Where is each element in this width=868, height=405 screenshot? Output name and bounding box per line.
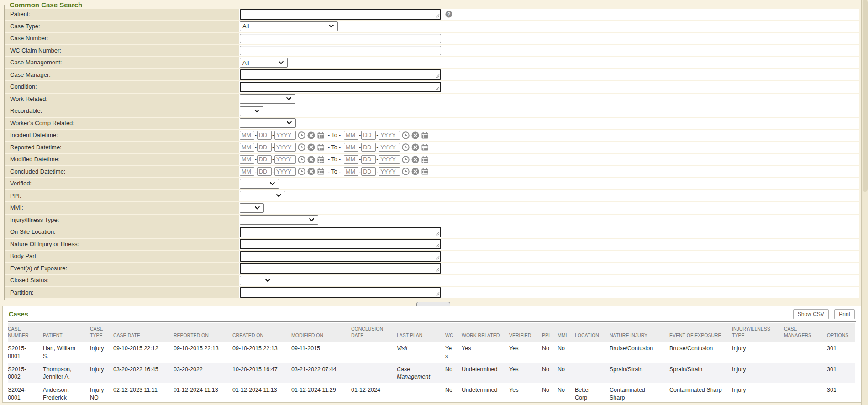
reported-datetime-to-day-input[interactable] [361,143,376,152]
scrollbar[interactable] [861,0,868,405]
reported-datetime-from-time-icon[interactable] [298,143,305,151]
case-management-select[interactable]: All [240,58,288,68]
concluded-datetime-from-calendar-icon[interactable] [317,168,325,175]
concluded-datetime-control-cell: --- To --- [239,166,859,178]
modified-datetime-from-time-icon[interactable] [298,156,305,163]
reported-datetime-from-month-input[interactable] [240,143,254,152]
resize-grip-icon[interactable] [436,292,440,296]
print-button[interactable]: Print [834,309,855,319]
case-number-input[interactable] [240,34,441,43]
cell-work-related: Undetermined [462,383,509,403]
incident-datetime-from-day-input[interactable] [257,131,272,140]
help-icon[interactable]: ? [445,11,452,18]
modified-datetime-from-day-input[interactable] [257,155,272,164]
date-separator: - [376,132,378,138]
injury-illness-type-select[interactable] [240,215,318,225]
ppi-select[interactable] [240,191,285,200]
concluded-datetime-to-day-input[interactable] [361,167,376,176]
reported-datetime-to-month-input[interactable] [344,143,358,152]
wc-claim-number-input[interactable] [240,46,441,55]
incident-datetime-to-calendar-icon[interactable] [421,131,429,139]
col-header-modified-on: MODIFIED ON [291,323,351,342]
verified-select[interactable] [240,179,279,189]
concluded-datetime-from-day-input[interactable] [257,167,272,176]
condition-textarea[interactable] [240,82,441,92]
modified-datetime-to-clear-icon[interactable] [411,156,419,163]
recordable-select[interactable] [240,106,263,116]
incident-datetime-to-day-input[interactable] [361,131,376,140]
reported-datetime-from-clear-icon[interactable] [307,143,315,151]
modified-datetime-to-month-input[interactable] [344,155,358,164]
reported-datetime-to-time-icon[interactable] [402,143,410,151]
modified-datetime-to-year-input[interactable] [379,155,400,164]
reported-datetime-from-calendar-icon[interactable] [317,143,325,151]
cell-modified-on: 03-21-2022 07:44 [291,363,351,384]
incident-datetime-from-clear-icon[interactable] [307,131,315,139]
events-of-exposure-textarea[interactable] [240,263,441,274]
options-link[interactable]: 301 [827,383,855,403]
modified-datetime-to-time-icon[interactable] [402,156,410,163]
concluded-datetime-to-time-icon[interactable] [402,168,410,175]
incident-datetime-from-time-icon[interactable] [298,131,305,139]
partition-textarea[interactable] [240,287,441,298]
case-manager-textarea[interactable] [240,69,441,80]
resize-grip-icon[interactable] [436,74,440,78]
options-link[interactable]: 301 [827,363,855,384]
incident-datetime-to-month-input[interactable] [344,131,358,140]
modified-datetime-to-day-input[interactable] [361,155,376,164]
modified-datetime-to-calendar-icon[interactable] [421,156,429,163]
resize-grip-icon[interactable] [436,231,440,236]
nature-of-injury-or-illness-textarea[interactable] [240,239,441,249]
case-type-control-cell: All [239,21,859,32]
form-row-case-manager: Case Manager: [5,69,859,81]
modified-datetime-from-clear-icon[interactable] [307,156,315,163]
mmi-select[interactable] [240,203,264,213]
concluded-datetime-to-year-input[interactable] [379,167,400,176]
closed-status-select[interactable] [240,276,274,285]
concluded-datetime-from-clear-icon[interactable] [307,168,315,175]
date-range-to-label: - To - [328,144,341,151]
form-row-on-site-location: On Site Location: [5,226,859,238]
reported-datetime-from-day-input[interactable] [257,143,272,152]
incident-datetime-to-clear-icon[interactable] [411,131,419,139]
on-site-location-textarea[interactable] [240,227,441,237]
modified-datetime-from-year-input[interactable] [274,155,296,164]
concluded-datetime-from-time-icon[interactable] [298,168,305,175]
col-header-last-plan: LAST PLAN [397,323,445,342]
incident-datetime-to-year-input[interactable] [379,131,400,140]
reported-datetime-to-clear-icon[interactable] [411,143,419,151]
modified-datetime-from-month-input[interactable] [240,155,254,164]
work-related-select[interactable] [240,94,295,104]
body-part-textarea[interactable] [240,251,441,262]
incident-datetime-from-calendar-icon[interactable] [317,131,325,139]
reported-datetime-to-calendar-icon[interactable] [421,143,429,151]
case-type-select[interactable]: All [240,21,338,31]
incident-datetime-control-cell: --- To --- [239,130,859,141]
resize-grip-icon[interactable] [436,256,440,260]
concluded-datetime-from-month-input[interactable] [240,167,254,176]
incident-datetime-to-time-icon[interactable] [402,131,410,139]
scrollbar-thumb[interactable] [863,0,868,192]
search-button-partial[interactable] [416,302,450,306]
resize-grip-icon[interactable] [436,268,440,272]
recordable-control-cell [239,105,859,117]
resize-grip-icon[interactable] [436,243,440,247]
cell-mmi: No [558,363,575,384]
cell-modified-on: 09-11-2015 [291,342,351,363]
concluded-datetime-to-calendar-icon[interactable] [421,168,429,175]
reported-datetime-from-year-input[interactable] [274,143,296,152]
concluded-datetime-from-year-input[interactable] [274,167,296,176]
concluded-datetime-to-month-input[interactable] [344,167,358,176]
show-csv-button[interactable]: Show CSV [793,309,829,319]
resize-grip-icon[interactable] [436,86,440,90]
cell-case-date: 03-20-2022 16:45 [113,363,174,384]
concluded-datetime-to-clear-icon[interactable] [411,168,419,175]
incident-datetime-from-month-input[interactable] [240,131,254,140]
patient-textarea[interactable] [240,9,441,20]
modified-datetime-from-calendar-icon[interactable] [317,156,325,163]
workers-comp-related-select[interactable] [240,118,296,128]
options-link[interactable]: 301 [827,342,855,363]
incident-datetime-from-year-input[interactable] [274,131,296,140]
resize-grip-icon[interactable] [436,14,440,18]
reported-datetime-to-year-input[interactable] [379,143,400,152]
